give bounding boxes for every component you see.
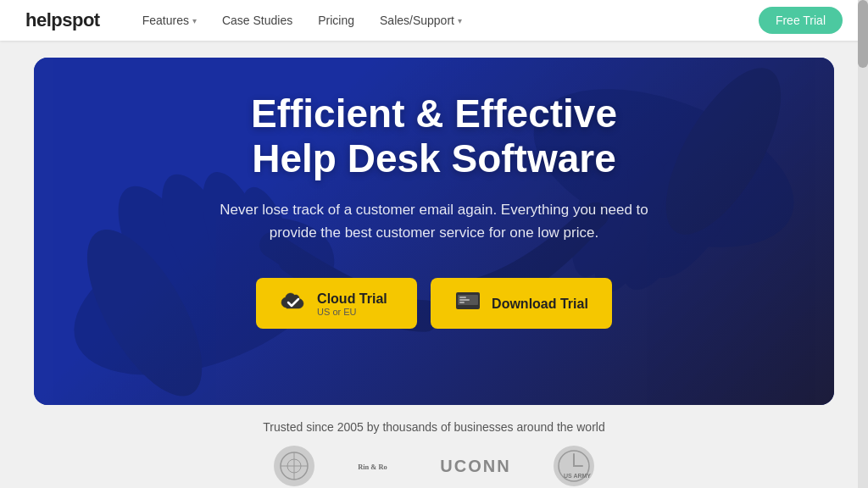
hero-title: Efficient & Effective Help Desk Software [102,92,766,181]
hero-buttons: Cloud Trial US or EU [102,278,766,329]
svg-rect-14 [459,297,466,298]
svg-text:Rin & Ro: Rin & Ro [359,463,388,471]
cloud-icon [280,289,307,318]
trusted-logo-uconn: UCONN [440,457,510,476]
navigation: helpspot Features ▾ Case Studies Pricing… [0,0,868,41]
trusted-text: Trusted since 2005 by thousands of busin… [68,420,800,434]
nav-pricing[interactable]: Pricing [318,14,354,27]
download-trial-main-label: Download Trial [492,296,588,312]
nav-sales-support-label: Sales/Support [380,14,454,27]
cloud-trial-main-label: Cloud Trial [317,291,387,307]
trusted-logo-2: Rin & Ro [357,446,398,486]
trusted-logos: Rin & Ro UCONN US ARMY [68,446,800,486]
trusted-logo-3: US ARMY [554,446,594,486]
hero-subtitle: Never lose track of a customer email aga… [214,198,654,244]
svg-rect-16 [459,302,465,303]
nav-features[interactable]: Features ▾ [142,14,197,27]
nav-case-studies[interactable]: Case Studies [222,14,292,27]
main-content: Efficient & Effective Help Desk Software… [0,41,868,488]
svg-rect-15 [459,299,470,301]
cloud-trial-sub-label: US or EU [317,307,356,317]
scrollbar-thumb[interactable] [858,0,868,68]
nav-case-studies-label: Case Studies [222,14,292,27]
download-icon [454,291,481,316]
trusted-section: Trusted since 2005 by thousands of busin… [34,405,834,488]
nav-links: Features ▾ Case Studies Pricing Sales/Su… [142,14,759,27]
nav-features-label: Features [142,14,189,27]
features-chevron-icon: ▾ [192,16,197,25]
logo[interactable]: helpspot [25,9,100,31]
cloud-trial-text: Cloud Trial US or EU [317,291,387,317]
free-trial-button[interactable]: Free Trial [759,7,843,34]
trusted-logo-1 [274,446,314,486]
logo-bold: spot [62,9,99,30]
svg-text:US ARMY: US ARMY [564,473,591,479]
nav-sales-support[interactable]: Sales/Support ▾ [380,14,462,27]
download-trial-button[interactable]: Download Trial [431,278,612,329]
logo-regular: help [25,9,62,30]
download-trial-text: Download Trial [492,296,588,312]
hero-content: Efficient & Effective Help Desk Software… [34,58,834,363]
scrollbar[interactable] [858,0,868,488]
cloud-trial-button[interactable]: Cloud Trial US or EU [256,278,417,329]
nav-pricing-label: Pricing [318,14,354,27]
hero-section: Efficient & Effective Help Desk Software… [34,58,834,405]
sales-chevron-icon: ▾ [458,16,462,25]
